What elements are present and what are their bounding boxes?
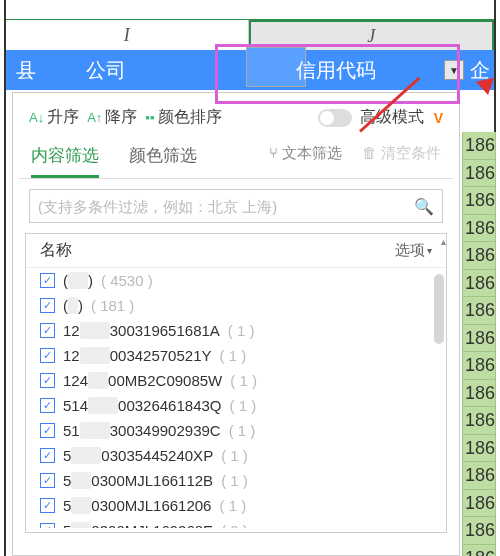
checkbox[interactable]: ✓ — [40, 448, 55, 463]
scrollbar-thumb[interactable] — [434, 274, 444, 344]
chevron-down-icon: ▾ — [427, 245, 432, 256]
list-item[interactable]: ✓12XXX300319651681A ( 1 ) — [26, 318, 446, 343]
item-count: ( 1 ) — [230, 372, 257, 389]
background-cells: 1861861861861861861861861861861861861861… — [462, 132, 496, 556]
header-credit-code: 信用代码 — [296, 57, 376, 84]
tab-content-filter[interactable]: 内容筛选 — [31, 144, 99, 178]
item-text: 51XXX300349902939C — [63, 422, 221, 439]
advanced-label: 高级模式 — [360, 107, 424, 128]
column-headers: I J — [6, 20, 494, 50]
item-count: ( 1 ) — [221, 472, 248, 489]
list-item[interactable]: ✓5XX0300MJL169268E ( 2 ) — [26, 518, 446, 528]
tab-color-filter[interactable]: 颜色筛选 — [129, 144, 197, 178]
checkbox[interactable]: ✓ — [40, 373, 55, 388]
item-text: 12XXX00342570521Y — [63, 347, 211, 364]
list-item[interactable]: ✓12XXX00342570521Y ( 1 ) — [26, 343, 446, 368]
checkbox[interactable]: ✓ — [40, 323, 55, 338]
item-text: (X) — [63, 297, 83, 314]
header-company: 公司 — [86, 57, 126, 84]
item-count: ( 1 ) — [221, 447, 248, 464]
item-count: ( 1 ) — [219, 347, 246, 364]
list-item[interactable]: ✓(XX) ( 4530 ) — [26, 268, 446, 293]
item-count: ( 1 ) — [229, 397, 256, 414]
header-enterprise: 企 — [470, 57, 490, 84]
sort-color-button[interactable]: ▪▪颜色排序 — [145, 107, 221, 128]
checkbox[interactable]: ✓ — [40, 423, 55, 438]
clear-conditions-button[interactable]: 🗑 清空条件 — [362, 144, 441, 178]
item-text: 5XXX03035445240XP — [63, 447, 213, 464]
list-options-button[interactable]: 选项▾ — [395, 240, 432, 261]
list-item[interactable]: ✓124XX00MB2C09085W ( 1 ) — [26, 368, 446, 393]
item-text: (XX) — [63, 272, 93, 289]
column-i[interactable]: I — [6, 20, 249, 50]
item-count: ( 1 ) — [228, 322, 255, 339]
item-text: 514XXX00326461843Q — [63, 397, 221, 414]
funnel-icon: ⑂ — [269, 144, 278, 161]
checkbox[interactable]: ✓ — [40, 348, 55, 363]
filter-panel: A↓升序 A↑降序 ▪▪颜色排序 高级模式 V 内容筛选 颜色筛选 ⑂ 文本筛选… — [12, 92, 460, 556]
item-count: ( 2 ) — [221, 522, 248, 528]
text-filter-button[interactable]: ⑂ 文本筛选 — [269, 144, 342, 178]
item-text: 5XX0300MJL166112B — [63, 472, 213, 489]
item-count: ( 181 ) — [91, 297, 134, 314]
list-item[interactable]: ✓51XXX300349902939C ( 1 ) — [26, 418, 446, 443]
checkbox[interactable]: ✓ — [40, 273, 55, 288]
list-item[interactable]: ✓(X) ( 181 ) — [26, 293, 446, 318]
sort-desc-button[interactable]: A↑降序 — [87, 107, 137, 128]
vip-badge-icon: V — [434, 110, 443, 126]
item-count: ( 1 ) — [219, 497, 246, 514]
search-icon[interactable]: 🔍 — [414, 197, 434, 216]
checkbox[interactable]: ✓ — [40, 398, 55, 413]
item-count: ( 4530 ) — [101, 272, 153, 289]
list-item[interactable]: ✓5XX0300MJL1661206 ( 1 ) — [26, 493, 446, 518]
list-item[interactable]: ✓5XX0300MJL166112B ( 1 ) — [26, 468, 446, 493]
search-input[interactable] — [38, 198, 414, 215]
column-j[interactable]: J — [249, 20, 495, 50]
item-text: 124XX00MB2C09085W — [63, 372, 222, 389]
advanced-toggle[interactable] — [318, 109, 352, 127]
checkbox[interactable]: ✓ — [40, 473, 55, 488]
list-item[interactable]: ✓5XXX03035445240XP ( 1 ) — [26, 443, 446, 468]
search-box: 🔍 — [29, 189, 443, 223]
list-item[interactable]: ✓514XXX00326461843Q ( 1 ) — [26, 393, 446, 418]
header-county: 县 — [16, 57, 36, 84]
item-text: 5XX0300MJL169268E — [63, 522, 213, 528]
table-header-row: 县 公司 信用代码 ▼ 企 — [6, 50, 494, 90]
list-header-name: 名称 — [40, 240, 72, 261]
item-text: 12XXX300319651681A — [63, 322, 220, 339]
checkbox[interactable]: ✓ — [40, 298, 55, 313]
checkbox[interactable]: ✓ — [40, 523, 55, 528]
trash-icon: 🗑 — [362, 144, 377, 161]
scroll-up-icon[interactable]: ▴ — [441, 236, 446, 247]
filter-list: ✓(XX) ( 4530 )✓(X) ( 181 )✓12XXX30031965… — [26, 268, 446, 528]
checkbox[interactable]: ✓ — [40, 498, 55, 513]
item-count: ( 1 ) — [229, 422, 256, 439]
sort-asc-button[interactable]: A↓升序 — [29, 107, 79, 128]
item-text: 5XX0300MJL1661206 — [63, 497, 211, 514]
filter-dropdown-button[interactable]: ▼ — [444, 60, 464, 80]
